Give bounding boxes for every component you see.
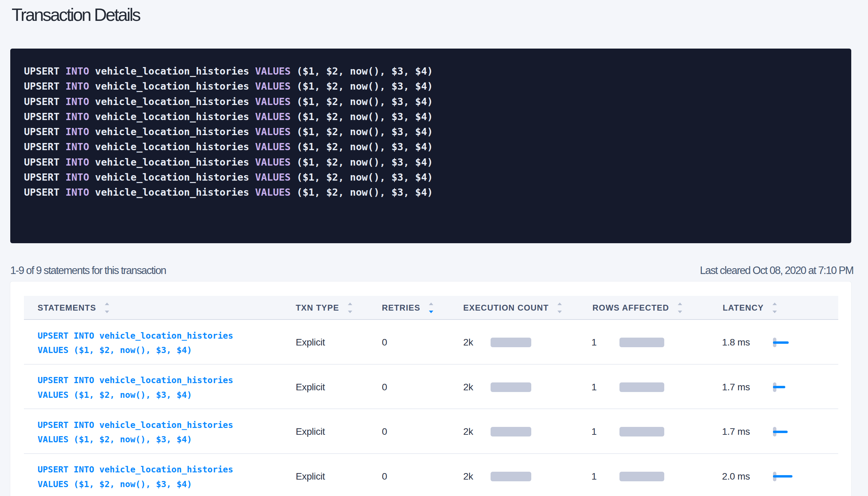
latency-chart <box>773 382 814 392</box>
statement-line-2: VALUES ($1, $2, now(), $3, $4) <box>38 343 233 357</box>
sql-text: $4) <box>415 156 433 168</box>
sql-text: $4) <box>415 111 433 122</box>
sql-keyword: VALUES <box>255 65 296 77</box>
sql-line: UPSERT INTO vehicle_location_histories V… <box>24 139 838 154</box>
sort-up-icon <box>772 302 777 305</box>
sort-up-icon <box>429 302 433 305</box>
statement-cell: UPSERT INTO vehicle_location_historiesVA… <box>38 321 233 365</box>
sql-text: UPSERT <box>24 80 65 92</box>
column-header-label: RETRIES <box>382 303 420 313</box>
statement-link[interactable]: UPSERT INTO vehicle_location_historiesVA… <box>38 418 233 447</box>
sql-text: ($1, <box>297 96 326 107</box>
sql-keyword: VALUES <box>255 186 296 198</box>
sort-toggle[interactable] <box>678 302 682 313</box>
latency-chart <box>773 427 814 436</box>
sql-keyword: INTO <box>65 171 95 183</box>
sql-text: ($1, <box>297 156 326 168</box>
column-header-rows-affected[interactable]: ROWS AFFECTED <box>592 296 682 320</box>
sort-down-icon <box>429 311 433 313</box>
sql-text: now(), <box>350 65 391 77</box>
statement-link[interactable]: UPSERT INTO vehicle_location_historiesVA… <box>38 329 233 358</box>
statement-line-1: UPSERT INTO vehicle_location_histories <box>38 462 233 477</box>
statement-link[interactable]: UPSERT INTO vehicle_location_historiesVA… <box>38 462 233 492</box>
sql-text: $4) <box>415 65 433 77</box>
column-header-statements[interactable]: STATEMENTS <box>38 296 109 320</box>
column-header-latency[interactable]: LATENCY <box>723 296 777 320</box>
sql-text: ($1, <box>297 111 326 122</box>
sql-keyword: VALUES <box>255 80 296 92</box>
sql-text: ($1, <box>297 80 326 92</box>
sort-toggle[interactable] <box>348 302 352 313</box>
statement-cell: UPSERT INTO vehicle_location_historiesVA… <box>38 455 233 496</box>
sql-text: ($1, <box>297 141 326 153</box>
sort-down-icon <box>557 311 562 313</box>
sql-text: UPSERT <box>24 126 65 138</box>
sort-down-icon <box>678 311 682 313</box>
sql-text: ($1, <box>297 171 326 183</box>
sort-down-icon <box>348 311 352 313</box>
sql-text: UPSERT <box>24 171 65 183</box>
sql-text: $3, <box>391 186 415 198</box>
sql-text: $2, <box>326 80 350 92</box>
execution-count-bar <box>491 382 531 392</box>
sql-text: UPSERT <box>24 111 65 122</box>
statement-row: UPSERT INTO vehicle_location_historiesVA… <box>24 365 838 409</box>
column-header-retries[interactable]: RETRIES <box>382 296 433 320</box>
statement-link[interactable]: UPSERT INTO vehicle_location_historiesVA… <box>38 373 233 402</box>
statement-row: UPSERT INTO vehicle_location_historiesVA… <box>24 409 838 454</box>
latency-bar <box>773 386 785 388</box>
sql-text: $4) <box>415 186 433 198</box>
column-header-label: EXECUTION COUNT <box>463 303 549 313</box>
sort-down-icon <box>772 311 777 313</box>
sql-text: $2, <box>326 171 350 183</box>
statements-table: STATEMENTSTXN TYPERETRIESEXECUTION COUNT… <box>24 296 838 496</box>
sql-text: $4) <box>415 126 433 138</box>
sql-text: $3, <box>391 141 415 153</box>
rows-affected-bar <box>619 472 664 481</box>
latency-cell: 2.0 ms <box>722 455 750 496</box>
sort-toggle[interactable] <box>429 302 433 313</box>
statement-row: UPSERT INTO vehicle_location_historiesVA… <box>24 454 838 496</box>
sql-keyword: VALUES <box>255 96 296 107</box>
sql-line: UPSERT INTO vehicle_location_histories V… <box>24 185 838 200</box>
sql-keyword: INTO <box>65 126 95 138</box>
sql-text: now(), <box>350 171 391 183</box>
statement-cell: UPSERT INTO vehicle_location_historiesVA… <box>38 410 233 454</box>
sql-text: $2, <box>326 111 350 122</box>
sql-text: now(), <box>350 186 391 198</box>
column-header-execution-count[interactable]: EXECUTION COUNT <box>463 296 562 320</box>
latency-cell: 1.8 ms <box>722 321 750 365</box>
sql-text: now(), <box>350 126 391 138</box>
sql-text: $4) <box>415 171 433 183</box>
sort-up-icon <box>348 302 352 305</box>
sql-line: UPSERT INTO vehicle_location_histories V… <box>24 170 838 185</box>
sql-text: now(), <box>350 141 391 153</box>
sql-line: UPSERT INTO vehicle_location_histories V… <box>24 109 838 124</box>
column-header-txn-type[interactable]: TXN TYPE <box>296 296 352 320</box>
sql-text: now(), <box>350 80 391 92</box>
txn-type-cell: Explicit <box>296 365 325 409</box>
statement-line-1: UPSERT INTO vehicle_location_histories <box>38 329 233 343</box>
sql-text: vehicle_location_histories <box>95 156 255 168</box>
rows-affected-bar <box>619 338 664 347</box>
sql-text: $2, <box>326 65 350 77</box>
statement-line-2: VALUES ($1, $2, now(), $3, $4) <box>38 477 233 492</box>
sql-line: UPSERT INTO vehicle_location_histories V… <box>24 124 838 139</box>
sql-keyword: VALUES <box>255 156 296 168</box>
statement-cell: UPSERT INTO vehicle_location_historiesVA… <box>38 365 233 409</box>
sql-text: $2, <box>326 126 350 138</box>
column-header-label: TXN TYPE <box>296 303 339 313</box>
sql-text: UPSERT <box>24 186 65 198</box>
sort-toggle[interactable] <box>557 302 562 313</box>
execution-count-bar <box>491 427 531 436</box>
retries-cell: 0 <box>382 365 387 409</box>
txn-type-cell: Explicit <box>296 410 325 454</box>
sql-keyword: VALUES <box>255 171 296 183</box>
sort-toggle[interactable] <box>105 302 109 313</box>
execution-count-cell: 2k <box>463 365 473 409</box>
retries-cell: 0 <box>382 410 387 454</box>
sort-toggle[interactable] <box>772 302 777 313</box>
sql-line: UPSERT INTO vehicle_location_histories V… <box>24 64 838 79</box>
column-header-label: STATEMENTS <box>38 303 96 313</box>
column-header-label: LATENCY <box>723 303 764 313</box>
